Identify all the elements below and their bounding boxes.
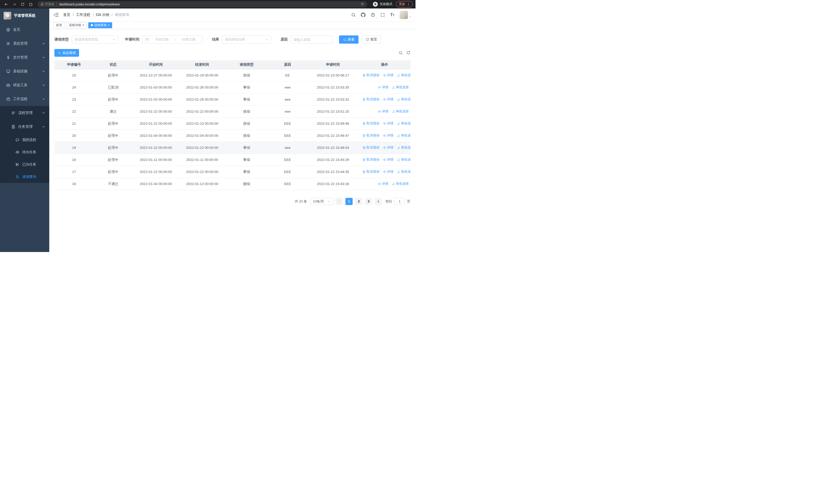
cancel-leave-link[interactable]: 取消请假 [362,73,379,78]
sidebar-item-process-management[interactable]: 流程管理 [0,106,49,120]
tab-leave-query[interactable]: 请假查询 × [88,22,112,28]
search-icon[interactable] [351,12,356,17]
approval-progress-link[interactable]: 审批进度 [392,182,409,186]
detail-link[interactable]: 详情 [383,170,394,174]
page-button-3[interactable]: 3 [365,198,372,205]
detail-link[interactable]: 详情 [378,85,388,90]
sidebar-item-infrastructure[interactable]: 基础设施 [0,64,49,78]
tab-home[interactable]: 首页 [53,22,65,28]
reason-input[interactable] [294,38,330,41]
sidebar-item-home[interactable]: 首页 [0,23,49,37]
breadcrumb-item-oa-example[interactable]: OA 示例 [96,12,109,17]
tab-close-icon[interactable]: × [82,24,84,27]
breadcrumb-item-home[interactable]: 首页 [63,12,70,17]
detail-link[interactable]: 详情 [383,97,394,101]
sidebar-item-done-tasks[interactable]: 已办任务 [0,158,49,171]
cell-apply-id: 25 [54,69,94,81]
sidebar-item-workflow[interactable]: 工作流程 [0,92,49,106]
reset-button[interactable]: 重置 [362,35,381,43]
github-icon[interactable] [361,12,366,17]
goto-page-input[interactable] [394,198,405,205]
active-dot [91,24,93,26]
op-link-label: 详情 [387,121,394,126]
sidebar-item-pending-tasks[interactable]: 待办任务 [0,146,49,158]
app-logo-row[interactable]: 芋道管理系统 [0,8,49,23]
url-text[interactable]: dashboard.yudao.iocoder.cn/bpm/oa/leave [59,3,361,6]
avatar[interactable] [400,11,408,19]
fullscreen-icon[interactable] [380,12,385,17]
page-button-2[interactable]: 2 [355,198,362,205]
next-page-button[interactable] [375,198,382,205]
help-icon[interactable] [371,12,375,17]
cell-start-time: 2022-01-03 00:00:00 [133,93,179,106]
cell-start-time: 2022-01-04 00:00:00 [133,129,179,142]
cell-apply-id: 21 [54,118,94,129]
update-button[interactable]: 更新 [396,1,413,7]
start-date-placeholder[interactable]: 开始日期 [151,37,173,42]
leave-type-select[interactable]: 请选择请假类型 [72,35,118,43]
sidebar-item-dev-tools[interactable]: 研发工具 [0,78,49,92]
approval-progress-link[interactable]: 审批进度 [392,85,409,90]
home-icon[interactable] [27,1,34,8]
reload-icon[interactable] [19,1,26,8]
sidebar-item-my-processes[interactable]: 我的流程 [0,134,49,146]
sidebar: 芋道管理系统 首页 系统管理 支付管理 [0,8,49,252]
detail-link[interactable]: 详情 [383,157,394,162]
cell-actions: 取消请假详情审批进度 [359,142,410,154]
tab-process-detail[interactable]: 流程详情 × [66,22,87,28]
approval-progress-link[interactable]: 审批进度 [397,170,410,174]
bookmark-star-icon[interactable] [361,2,364,6]
approval-progress-link[interactable]: 审批进度 [397,97,410,101]
detail-link[interactable]: 详情 [383,146,394,150]
approval-progress-link[interactable]: 审批进度 [397,157,410,162]
sidebar-item-leave-query[interactable]: 请假查询 [0,171,49,183]
apply-time-range-picker[interactable]: 开始日期 - 结束日期 [142,35,202,43]
detail-link[interactable]: 详情 [383,134,394,138]
back-icon[interactable] [3,1,10,8]
detail-link[interactable]: 详情 [378,182,388,186]
pagination: 共 23 条 10条/页 1 2 3 前往 [54,198,410,205]
refresh-icon[interactable] [406,51,410,55]
cancel-leave-link[interactable]: 取消请假 [362,134,379,138]
user-menu[interactable] [400,11,411,19]
detail-link[interactable]: 详情 [383,73,394,78]
cancel-leave-link[interactable]: 取消请假 [362,121,379,126]
tab-close-icon[interactable]: × [108,24,110,27]
approval-progress-link[interactable]: 审批进度 [397,134,410,138]
approval-progress-link[interactable]: 审批进度 [397,121,410,126]
page-size-value: 10条/页 [313,199,324,204]
cancel-leave-link[interactable]: 取消请假 [362,157,379,162]
detail-link[interactable]: 详情 [378,109,388,114]
font-size-icon[interactable]: TT [390,12,395,17]
approval-progress-link[interactable]: 审批进度 [397,146,410,150]
forward-icon[interactable] [11,1,18,8]
result-select[interactable]: 请选择流结果 [222,35,271,43]
address-bar[interactable]: 不安全 dashboard.yudao.iocoder.cn/bpm/oa/le… [37,1,367,7]
cell-actions: 取消请假详情审批进度 [359,93,410,106]
cancel-leave-link[interactable]: 取消请假 [362,97,379,101]
create-leave-button[interactable]: 发起请假 [54,49,79,57]
end-date-placeholder[interactable]: 结束日期 [178,37,200,42]
sidebar-item-system[interactable]: 系统管理 [0,37,49,51]
page-button-1[interactable]: 1 [345,198,353,205]
security-warning[interactable]: 不安全 [45,2,54,6]
toggle-search-icon[interactable] [399,51,403,55]
cancel-leave-link[interactable]: 取消请假 [362,146,379,150]
op-link-label: 审批进度 [396,182,409,186]
menu-kebab-icon[interactable] [407,3,410,6]
page-size-select[interactable]: 10条/页 [310,198,333,205]
breadcrumb-item-workflow[interactable]: 工作流程 [76,12,90,17]
sidebar-item-label: 流程管理 [18,111,33,115]
cell-apply-time: 2022-01-23 00:06:17 [307,69,359,81]
sidebar-item-task-management[interactable]: 任务管理 [0,120,49,134]
cancel-leave-link[interactable]: 取消请假 [362,170,379,174]
detail-link[interactable]: 详情 [383,121,394,126]
op-link-label: 取消请假 [367,146,379,150]
collapse-sidebar-icon[interactable] [53,12,59,18]
search-button[interactable]: 搜索 [339,35,359,43]
sidebar-item-payment[interactable]: 支付管理 [0,51,49,64]
cell-start-time: 2022-01-11 00:00:00 [133,154,179,166]
approval-progress-link[interactable]: 审批进度 [397,73,410,78]
prev-page-button[interactable] [336,198,343,205]
approval-progress-link[interactable]: 审批进度 [392,109,409,114]
